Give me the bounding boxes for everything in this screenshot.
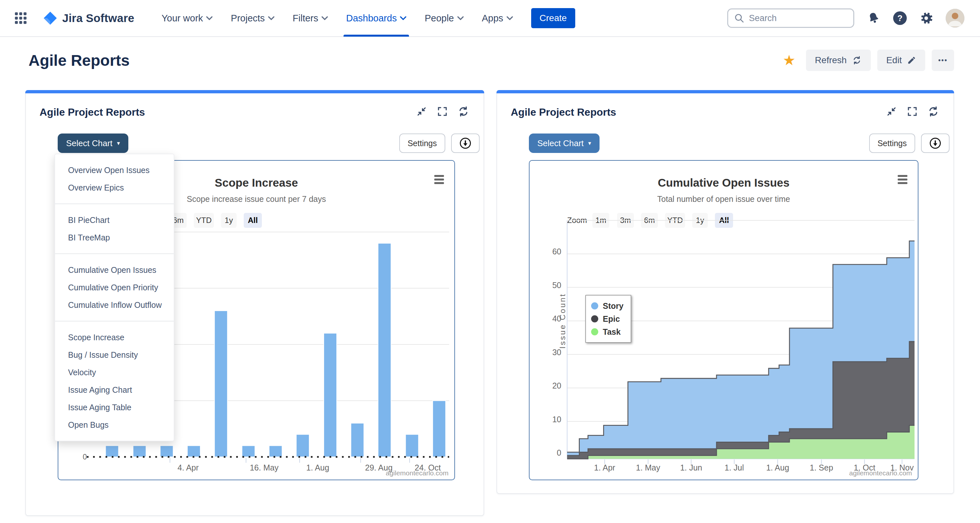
search-box xyxy=(727,8,854,28)
notifications-bell-icon[interactable] xyxy=(867,11,881,25)
select-chart-label: Select Chart xyxy=(537,138,584,148)
download-button[interactable] xyxy=(451,134,480,153)
download-icon xyxy=(929,137,942,149)
svg-text:16. May: 16. May xyxy=(250,463,279,472)
app-switcher-icon[interactable] xyxy=(14,12,27,25)
settings-button[interactable]: Settings xyxy=(399,134,445,153)
menu-item[interactable]: Velocity xyxy=(55,364,174,381)
legend-label: Epic xyxy=(603,314,620,324)
menu-item[interactable]: Open Bugs xyxy=(55,416,174,434)
settings-gear-icon[interactable] xyxy=(919,11,933,25)
legend-marker xyxy=(591,328,598,335)
menu-item[interactable]: Scope Increase xyxy=(55,329,174,346)
watermark: agilemontecarlo.com xyxy=(386,469,449,477)
svg-text:1. Aug: 1. Aug xyxy=(306,463,329,472)
svg-text:4. Apr: 4. Apr xyxy=(178,463,199,472)
grid-icon xyxy=(14,12,27,25)
legend-marker xyxy=(591,302,598,310)
nav-item-filters[interactable]: Filters xyxy=(283,0,337,37)
jira-logo[interactable]: Jira Software xyxy=(43,11,134,25)
download-icon xyxy=(459,137,471,149)
edit-button[interactable]: Edit xyxy=(877,49,925,71)
svg-text:1. Jul: 1. Jul xyxy=(725,463,744,472)
chevron-down-icon xyxy=(321,16,328,20)
menu-item[interactable]: BI TreeMap xyxy=(55,229,174,246)
panel-refresh-icon[interactable] xyxy=(458,106,469,117)
svg-text:1. Apr: 1. Apr xyxy=(594,463,615,472)
nav-item-label: Projects xyxy=(231,13,265,24)
edit-pencil-icon xyxy=(907,56,916,65)
jira-diamond-icon xyxy=(43,11,58,25)
nav-item-label: Your work xyxy=(161,13,203,24)
menu-item[interactable]: Overview Open Issues xyxy=(55,161,174,179)
collapse-icon[interactable] xyxy=(886,106,897,117)
menu-group: BI PieChartBI TreeMap xyxy=(55,203,174,253)
logo-text: Jira Software xyxy=(62,12,134,25)
chevron-down-icon xyxy=(457,16,464,20)
svg-text:1. Sep: 1. Sep xyxy=(810,463,833,472)
nav-item-your-work[interactable]: Your work xyxy=(152,0,222,37)
chevron-down-icon xyxy=(506,16,513,20)
search-input[interactable] xyxy=(749,13,840,23)
user-avatar[interactable] xyxy=(946,9,964,27)
chevron-down-icon xyxy=(268,16,275,20)
menu-item[interactable]: Cumulative Open Priority xyxy=(55,279,174,296)
menu-item[interactable]: Cumulative Inflow Outflow xyxy=(55,296,174,314)
create-button[interactable]: Create xyxy=(531,8,575,28)
nav-item-label: Filters xyxy=(293,13,318,24)
legend-item-epic[interactable]: Epic xyxy=(591,312,624,325)
panel-refresh-icon[interactable] xyxy=(928,106,939,117)
menu-item[interactable]: Issue Aging Chart xyxy=(55,381,174,399)
fullscreen-icon[interactable] xyxy=(437,106,448,117)
help-glyph: ? xyxy=(897,13,902,23)
nav-item-label: Apps xyxy=(482,13,503,24)
more-icon: ••• xyxy=(938,56,948,65)
refresh-icon xyxy=(852,56,862,65)
page-title: Agile Reports xyxy=(29,51,130,69)
panel-title: Agile Project Reports xyxy=(40,106,145,118)
nav-item-dashboards[interactable]: Dashboards xyxy=(337,0,415,37)
nav-item-projects[interactable]: Projects xyxy=(222,0,283,37)
menu-item[interactable]: Issue Aging Table xyxy=(55,399,174,416)
legend-marker xyxy=(591,315,598,323)
select-chart-button[interactable]: Select Chart ▾ xyxy=(58,134,128,153)
menu-group: Scope IncreaseBug / Issue DensityVelocit… xyxy=(55,321,174,441)
chart-legend: StoryEpicTask xyxy=(585,295,631,343)
menu-group: Cumulative Open IssuesCumulative Open Pr… xyxy=(55,253,174,321)
select-chart-dropdown: Overview Open IssuesOverview EpicsBI Pie… xyxy=(54,154,174,441)
legend-label: Task xyxy=(603,327,620,337)
caret-down-icon: ▾ xyxy=(588,140,591,146)
collapse-icon[interactable] xyxy=(416,106,427,117)
menu-item[interactable]: Bug / Issue Density xyxy=(55,346,174,364)
cumulative-open-issues-chart: Cumulative Open Issues Total number of o… xyxy=(529,160,918,480)
legend-label: Story xyxy=(603,301,624,311)
legend-item-task[interactable]: Task xyxy=(591,325,624,338)
favorite-star-icon[interactable]: ★ xyxy=(783,53,795,67)
help-icon[interactable]: ? xyxy=(893,11,907,25)
chevron-down-icon xyxy=(400,16,406,20)
chevron-down-icon xyxy=(206,16,213,20)
panel-title: Agile Project Reports xyxy=(511,106,616,118)
menu-item[interactable]: BI PieChart xyxy=(55,211,174,229)
menu-item[interactable]: Overview Epics xyxy=(55,179,174,196)
menu-item[interactable]: Cumulative Open Issues xyxy=(55,261,174,279)
watermark: agilemontecarlo.com xyxy=(849,469,912,477)
download-button[interactable] xyxy=(921,134,950,153)
legend-item-story[interactable]: Story xyxy=(591,299,624,312)
search-icon xyxy=(734,13,745,23)
fullscreen-icon[interactable] xyxy=(907,106,918,117)
select-chart-button[interactable]: Select Chart ▾ xyxy=(529,134,600,153)
svg-text:1. Jun: 1. Jun xyxy=(680,463,702,472)
nav-item-apps[interactable]: Apps xyxy=(473,0,522,37)
more-options-button[interactable]: ••• xyxy=(932,49,954,71)
settings-button[interactable]: Settings xyxy=(869,134,915,153)
nav-item-people[interactable]: People xyxy=(415,0,473,37)
svg-text:0: 0 xyxy=(83,453,87,461)
caret-down-icon: ▾ xyxy=(117,140,120,146)
edit-label: Edit xyxy=(886,55,902,65)
svg-text:1. Aug: 1. Aug xyxy=(766,463,789,472)
refresh-button[interactable]: Refresh xyxy=(806,49,871,71)
top-nav: Jira Software Your work Projects Filters… xyxy=(0,0,980,37)
nav-item-label: Dashboards xyxy=(346,13,397,24)
select-chart-label: Select Chart xyxy=(66,138,113,148)
